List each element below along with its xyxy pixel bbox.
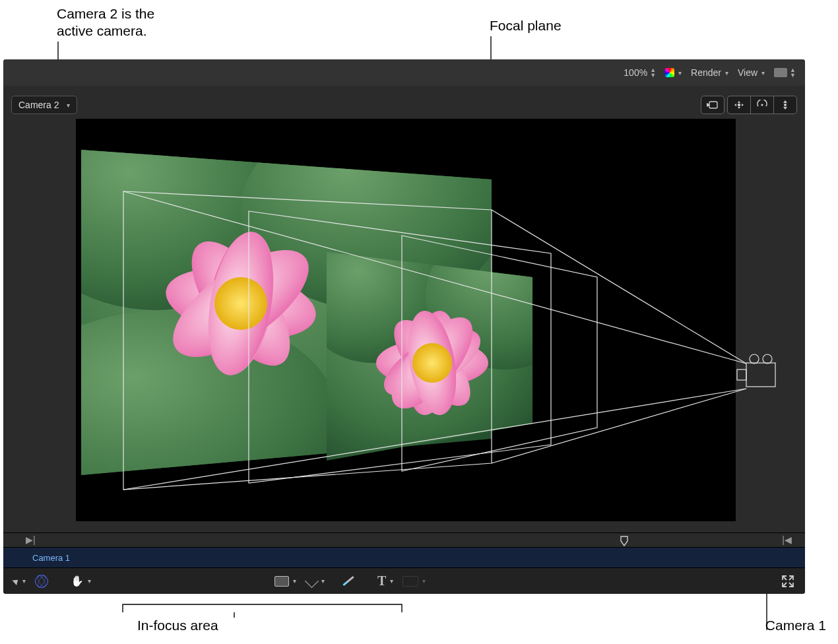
callout-active-camera: Camera 2 is the active camera. [57,5,154,40]
callout-camera1: Camera 1 [765,617,826,634]
render-menu-label: Render [691,67,721,78]
timeline-start-marker: ▶| [26,534,36,545]
3d-transform-tool[interactable] [35,575,48,588]
chevron-down-icon: ▾ [22,577,26,585]
pen-tool[interactable]: ▾ [306,575,325,587]
shape-tool[interactable]: ▾ [274,576,296,587]
rectangle-icon [274,576,289,587]
svg-point-7 [784,104,787,106]
orbit-icon [756,100,768,110]
chevron-down-icon: ▾ [761,69,765,77]
color-swatch-icon [665,68,674,77]
chevron-down-icon: ▾ [422,577,426,585]
background-swatch-control[interactable]: ▲▼ [774,67,796,78]
active-camera-menu[interactable]: Camera 2 ▾ [11,96,77,114]
chevron-down-icon: ▾ [88,577,91,585]
mask-tool[interactable]: ▾ [403,576,426,587]
svg-rect-37 [737,370,746,380]
expand-icon [781,575,794,588]
callout-in-focus-area: In-focus area [137,617,218,634]
chevron-down-icon: ▾ [67,102,70,109]
view-nav-cluster [701,96,797,114]
zoom-level-label: 100% [624,67,647,78]
render-menu[interactable]: Render ▾ [691,67,728,78]
svg-point-6 [761,104,763,106]
mini-timeline-ruler[interactable]: ▶| |◀ [3,532,805,548]
callout-focal-plane: Focal plane [490,17,562,34]
camera-view-button[interactable] [701,96,725,114]
timeline-end-marker: |◀ [782,534,792,545]
color-channel-menu[interactable]: ▾ [665,68,682,77]
stepper-icon: ▲▼ [790,67,796,78]
chevron-down-icon: ▾ [390,577,393,585]
pan-view-button[interactable] [727,96,750,114]
arrow-cursor-icon [13,577,20,585]
view-menu[interactable]: View ▾ [738,67,765,78]
dolly-icon [781,100,790,110]
svg-point-36 [763,354,772,364]
orbit-view-button[interactable] [750,96,773,114]
select-tool[interactable]: ▾ [14,577,26,585]
pen-icon [306,575,317,587]
camera-icon [705,100,720,110]
playhead-icon[interactable] [620,536,627,545]
dolly-view-button[interactable] [773,96,797,114]
active-camera-label: Camera 2 [18,100,59,110]
pan-icon [732,100,746,110]
view-menu-label: View [738,67,757,78]
pan-tool[interactable]: ✋ ▾ [71,575,91,587]
3d-transform-icon [35,575,48,588]
svg-point-5 [738,104,740,106]
svg-rect-4 [709,102,717,108]
paint-stroke-icon [342,576,354,586]
timeline-track[interactable]: Camera 1 [3,547,805,567]
text-tool[interactable]: T ▾ [377,573,393,589]
stroke-tool[interactable] [342,580,355,582]
timeline-clip-name: Camera 1 [32,553,70,563]
gray-swatch-icon [774,68,787,77]
zoom-level-control[interactable]: 100% ▲▼ [624,67,656,78]
chevron-down-icon: ▾ [678,69,682,77]
text-icon: T [377,573,386,589]
svg-rect-34 [746,363,775,387]
chevron-down-icon: ▾ [321,577,325,585]
canvas-tool-row: ▾ ✋ ▾ ▾ ▾ T ▾ ▾ [3,567,805,594]
fullscreen-button[interactable] [781,575,794,588]
hand-icon: ✋ [71,575,84,587]
chevron-down-icon: ▾ [725,69,728,77]
canvas-top-toolbar: 100% ▲▼ ▾ Render ▾ View ▾ ▲▼ [3,59,805,86]
mask-icon [403,576,418,587]
viewer-canvas[interactable] [76,119,736,521]
svg-point-35 [750,354,759,364]
chevron-down-icon: ▾ [293,577,296,585]
app-window: 100% ▲▼ ▾ Render ▾ View ▾ ▲▼ Camera 2 ▾ [3,59,805,594]
stepper-icon: ▲▼ [650,67,656,78]
